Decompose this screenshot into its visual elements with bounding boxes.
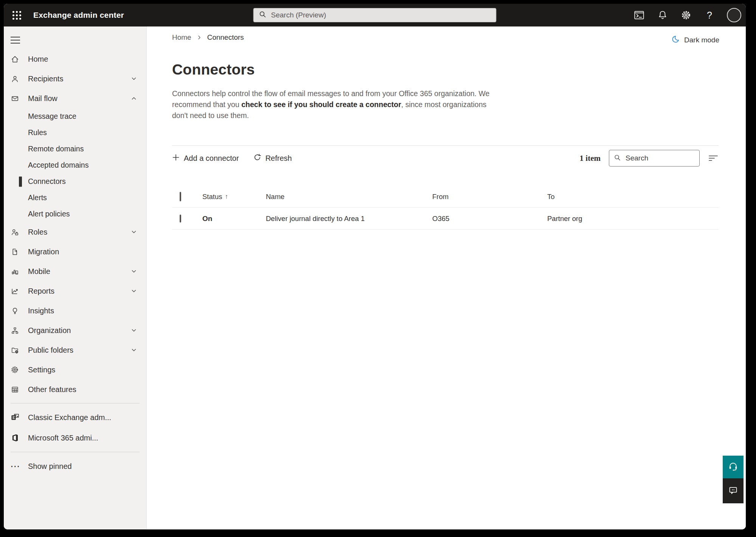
global-search-input[interactable] bbox=[271, 11, 491, 19]
account-avatar[interactable] bbox=[727, 8, 741, 22]
chevron-down-icon bbox=[130, 229, 137, 235]
row-name[interactable]: Deliver journal directly to Area 1 bbox=[266, 215, 432, 223]
chevron-down-icon bbox=[130, 327, 137, 334]
sidebar-item-microsoft-365-admin[interactable]: Microsoft 365 admi... bbox=[4, 428, 146, 448]
sidebar-item-accepted-domains[interactable]: Accepted domains bbox=[4, 157, 146, 173]
sidebar-item-mail-flow[interactable]: Mail flow bbox=[4, 89, 146, 108]
sidebar-item-show-pinned[interactable]: ⋯ Show pinned bbox=[4, 456, 146, 476]
list-search-box[interactable] bbox=[609, 150, 700, 167]
dark-mode-toggle[interactable]: Dark mode bbox=[671, 35, 719, 45]
table-grid-icon bbox=[11, 385, 19, 394]
sidebar-item-alert-policies[interactable]: Alert policies bbox=[4, 206, 146, 222]
selected-indicator bbox=[19, 176, 22, 187]
connectors-table: Status ↑ Name From To On Deliver journal… bbox=[172, 186, 719, 230]
sidebar-item-rules[interactable]: Rules bbox=[4, 125, 146, 141]
lightbulb-icon bbox=[11, 307, 19, 315]
page-description: Connectors help control the flow of emai… bbox=[172, 88, 492, 121]
sidebar-nav: Home Recipients Mail flow bbox=[4, 26, 147, 529]
app-title: Exchange admin center bbox=[33, 11, 124, 20]
row-from: O365 bbox=[432, 215, 547, 223]
cloud-shell-icon[interactable] bbox=[633, 9, 645, 21]
migration-icon bbox=[11, 247, 19, 256]
add-connector-button[interactable]: Add a connector bbox=[172, 154, 239, 163]
breadcrumb: Home Connectors bbox=[172, 33, 719, 42]
sidebar-item-migration[interactable]: Migration bbox=[4, 242, 146, 261]
feedback-bubble-icon bbox=[728, 485, 738, 497]
app-launcher-icon[interactable] bbox=[9, 8, 24, 23]
avatar bbox=[727, 8, 741, 22]
chevron-down-icon bbox=[130, 347, 137, 353]
column-header-status[interactable]: Status bbox=[202, 193, 222, 201]
classic-exchange-icon bbox=[11, 413, 20, 422]
mobile-icon bbox=[11, 267, 19, 276]
row-status: On bbox=[202, 215, 266, 223]
select-all-checkbox[interactable] bbox=[180, 192, 181, 201]
app-window: Exchange admin center bbox=[4, 4, 746, 529]
sidebar-item-other-features[interactable]: Other features bbox=[4, 380, 146, 399]
gear-icon bbox=[11, 366, 19, 374]
column-header-to[interactable]: To bbox=[547, 193, 719, 201]
home-icon bbox=[11, 55, 19, 63]
sidebar-item-organization[interactable]: Organization bbox=[4, 321, 146, 340]
more-ellipsis-icon: ⋯ bbox=[11, 462, 20, 471]
sidebar-item-insights[interactable]: Insights bbox=[4, 301, 146, 321]
sidebar-item-classic-exchange-admin[interactable]: Classic Exchange adm... bbox=[4, 407, 146, 428]
sidebar-item-recipients[interactable]: Recipients bbox=[4, 69, 146, 89]
sidebar-item-settings[interactable]: Settings bbox=[4, 360, 146, 380]
column-header-name[interactable]: Name bbox=[266, 193, 432, 201]
sidebar-divider bbox=[11, 403, 140, 403]
main-content: Home Connectors Dark mode Connectors Con… bbox=[147, 26, 746, 529]
help-icon[interactable]: ? bbox=[703, 9, 716, 21]
floating-action-stack bbox=[723, 456, 744, 503]
headset-icon bbox=[728, 461, 738, 473]
nav-list: Home Recipients Mail flow bbox=[4, 49, 146, 399]
feedback-button[interactable] bbox=[723, 478, 744, 503]
chevron-down-icon bbox=[130, 268, 137, 275]
sidebar-item-message-trace[interactable]: Message trace bbox=[4, 108, 146, 125]
chevron-down-icon bbox=[130, 75, 137, 82]
global-search-box[interactable] bbox=[253, 8, 497, 22]
row-checkbox[interactable] bbox=[180, 215, 181, 223]
chevron-up-icon bbox=[130, 95, 137, 102]
sidebar-item-reports[interactable]: Reports bbox=[4, 281, 146, 301]
breadcrumb-chevron-icon bbox=[197, 35, 202, 40]
sort-ascending-icon: ↑ bbox=[225, 193, 228, 201]
breadcrumb-home-link[interactable]: Home bbox=[172, 33, 191, 42]
support-button[interactable] bbox=[723, 456, 744, 478]
roles-icon bbox=[11, 228, 19, 236]
search-icon bbox=[614, 154, 621, 163]
org-chart-icon bbox=[11, 326, 19, 335]
table-header-row: Status ↑ Name From To bbox=[172, 186, 719, 208]
microsoft-365-icon bbox=[11, 433, 20, 442]
notifications-bell-icon[interactable] bbox=[657, 9, 669, 21]
public-folder-globe-icon bbox=[11, 346, 19, 354]
person-icon bbox=[11, 75, 19, 83]
sidebar-item-mobile[interactable]: Mobile bbox=[4, 261, 146, 281]
settings-gear-icon[interactable] bbox=[680, 9, 692, 21]
hamburger-menu-icon[interactable] bbox=[11, 33, 26, 48]
search-icon bbox=[259, 11, 267, 20]
sidebar-item-public-folders[interactable]: Public folders bbox=[4, 340, 146, 360]
sidebar-item-alerts[interactable]: Alerts bbox=[4, 190, 146, 206]
list-search-input[interactable] bbox=[626, 154, 695, 162]
chevron-down-icon bbox=[130, 288, 137, 294]
refresh-icon bbox=[253, 153, 261, 163]
column-header-from[interactable]: From bbox=[432, 193, 547, 201]
sidebar-item-remote-domains[interactable]: Remote domains bbox=[4, 141, 146, 157]
table-row[interactable]: On Deliver journal directly to Area 1 O3… bbox=[172, 208, 719, 230]
reports-chart-icon bbox=[11, 287, 19, 295]
top-bar: Exchange admin center bbox=[4, 4, 746, 26]
sidebar-divider bbox=[11, 452, 140, 452]
list-toolbar: Add a connector Refresh 1 item bbox=[172, 146, 719, 171]
breadcrumb-current: Connectors bbox=[207, 33, 244, 42]
moon-icon bbox=[671, 35, 680, 45]
mail-icon bbox=[11, 94, 19, 103]
sidebar-item-roles[interactable]: Roles bbox=[4, 222, 146, 242]
topbar-actions: ? bbox=[633, 4, 741, 26]
filter-icon[interactable] bbox=[708, 154, 719, 163]
sidebar-item-home[interactable]: Home bbox=[4, 49, 146, 69]
create-connector-link[interactable]: check to see if you should create a conn… bbox=[241, 100, 401, 109]
refresh-button[interactable]: Refresh bbox=[253, 153, 292, 163]
sidebar-item-connectors[interactable]: Connectors bbox=[4, 173, 146, 190]
page-title: Connectors bbox=[172, 61, 719, 78]
